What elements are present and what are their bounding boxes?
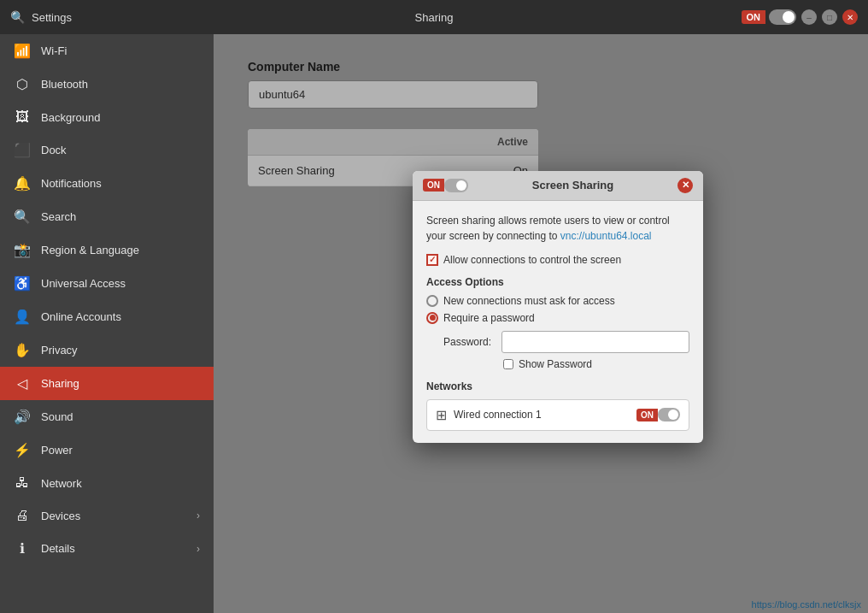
password-input[interactable] xyxy=(501,331,689,353)
sidebar-item-network[interactable]: 🖧 Network xyxy=(0,467,214,499)
access-options-title: Access Options xyxy=(426,276,689,288)
allow-control-label: Allow connections to control the screen xyxy=(443,254,621,266)
radio-password-label: Require a password xyxy=(443,312,535,324)
header-on-label: ON xyxy=(742,10,766,24)
titlebar: 🔍 Settings Sharing ON – □ ✕ xyxy=(0,0,868,34)
wifi-icon: 📶 xyxy=(14,43,31,59)
network-icon: 🖧 xyxy=(14,475,31,491)
sidebar-item-privacy[interactable]: ✋ Privacy xyxy=(0,333,214,367)
sidebar-label-power: Power xyxy=(41,444,73,457)
main-container: 📶 Wi-Fi ⬡ Bluetooth 🖼 Background ⬛ Dock … xyxy=(0,34,868,613)
sidebar-label-dock: Dock xyxy=(41,144,67,156)
screen-sharing-dialog: ON Screen Sharing ✕ Screen sharing allow… xyxy=(413,171,703,443)
sidebar-label-universal-access: Universal Access xyxy=(41,277,126,290)
online-accounts-icon: 👤 xyxy=(14,309,31,325)
sidebar-label-region: Region & Language xyxy=(41,244,139,256)
radio-ask-outer[interactable] xyxy=(426,295,438,307)
sidebar-label-network: Network xyxy=(41,477,82,490)
maximize-button[interactable]: □ xyxy=(822,9,837,25)
radio-ask-label: New connections must ask for access xyxy=(443,295,615,307)
network-toggle[interactable]: ON xyxy=(636,408,680,421)
networks-title: Networks xyxy=(426,380,689,392)
sharing-icon: ◁ xyxy=(14,375,31,392)
dialog-title: Screen Sharing xyxy=(475,179,671,192)
dialog-on-toggle[interactable]: ON xyxy=(423,179,468,192)
allow-control-row: ✓ Allow connections to control the scree… xyxy=(426,254,689,266)
sidebar-item-region[interactable]: 📸 Region & Language xyxy=(0,233,214,267)
show-password-label: Show Password xyxy=(519,358,592,370)
window-controls: ON – □ ✕ xyxy=(742,9,859,25)
sidebar-item-sound[interactable]: 🔊 Sound xyxy=(0,400,214,433)
password-label: Password: xyxy=(443,336,495,348)
minimize-button[interactable]: – xyxy=(801,9,817,25)
sidebar-label-bluetooth: Bluetooth xyxy=(41,78,88,91)
header-on-toggle[interactable]: ON xyxy=(742,9,797,25)
radio-password-outer[interactable] xyxy=(426,312,438,324)
vnc-link[interactable]: vnc://ubuntu64.local xyxy=(560,230,652,242)
sidebar-item-online-accounts[interactable]: 👤 Online Accounts xyxy=(0,300,214,333)
privacy-icon: ✋ xyxy=(14,342,31,358)
universal-access-icon: ♿ xyxy=(14,275,31,292)
sidebar-label-notifications: Notifications xyxy=(41,177,102,190)
sidebar-item-bluetooth[interactable]: ⬡ Bluetooth xyxy=(0,68,214,101)
dialog-on-label: ON xyxy=(423,179,444,192)
network-name: Wired connection 1 xyxy=(454,409,630,421)
sidebar-item-details[interactable]: ℹ Details › xyxy=(0,532,214,565)
sidebar-item-devices[interactable]: 🖨 Devices › xyxy=(0,499,214,532)
network-toggle-knob xyxy=(668,410,678,420)
devices-arrow-icon: › xyxy=(196,510,200,522)
sidebar-item-universal-access[interactable]: ♿ Universal Access xyxy=(0,267,214,300)
sidebar-label-sharing: Sharing xyxy=(41,377,79,390)
radio-password-inner xyxy=(430,315,436,321)
network-on-label: ON xyxy=(636,409,658,421)
sidebar-item-sharing[interactable]: ◁ Sharing xyxy=(0,367,214,400)
wired-network-icon: ⊞ xyxy=(436,407,447,423)
sound-icon: 🔊 xyxy=(14,409,31,425)
dialog-toggle-track[interactable] xyxy=(444,179,468,192)
close-button[interactable]: ✕ xyxy=(842,9,858,25)
show-password-checkbox[interactable] xyxy=(503,359,513,369)
dialog-toggle-knob xyxy=(456,180,466,191)
sidebar-item-notifications[interactable]: 🔔 Notifications xyxy=(0,167,214,200)
header-toggle-track[interactable] xyxy=(769,9,796,25)
sidebar-label-sound: Sound xyxy=(41,410,73,423)
sidebar-item-wifi[interactable]: 📶 Wi-Fi xyxy=(0,34,214,68)
sidebar-label-online-accounts: Online Accounts xyxy=(41,310,121,323)
sidebar-item-search[interactable]: 🔍 Search xyxy=(0,200,214,233)
radio-ask-option[interactable]: New connections must ask for access xyxy=(426,295,689,307)
password-row: Password: xyxy=(443,331,689,353)
sidebar-item-power[interactable]: ⚡ Power xyxy=(0,433,214,467)
allow-control-checkbox[interactable]: ✓ xyxy=(426,254,438,266)
checkbox-check-icon: ✓ xyxy=(429,255,436,264)
sidebar-label-wifi: Wi-Fi xyxy=(41,44,67,57)
show-password-row: Show Password xyxy=(503,358,689,370)
details-icon: ℹ xyxy=(14,540,31,557)
sidebar-item-background[interactable]: 🖼 Background xyxy=(0,101,214,133)
content-area: Computer Name Active Screen Sharing On O… xyxy=(214,34,868,613)
radio-password-option[interactable]: Require a password xyxy=(426,312,689,324)
app-name: Settings xyxy=(32,11,72,24)
network-row: ⊞ Wired connection 1 ON xyxy=(426,399,689,431)
dialog-close-button[interactable]: ✕ xyxy=(677,178,693,193)
details-arrow-icon: › xyxy=(196,543,200,555)
network-toggle-track[interactable] xyxy=(658,408,680,421)
dialog-overlay[interactable]: ON Screen Sharing ✕ Screen sharing allow… xyxy=(214,34,868,613)
page-title: Sharing xyxy=(415,11,454,24)
sidebar-label-search: Search xyxy=(41,210,76,223)
dialog-description: Screen sharing allows remote users to vi… xyxy=(426,213,689,244)
dock-icon: ⬛ xyxy=(14,142,31,158)
notifications-icon: 🔔 xyxy=(14,175,31,192)
search-nav-icon: 🔍 xyxy=(14,209,31,225)
sidebar-label-details: Details xyxy=(41,542,75,555)
bluetooth-icon: ⬡ xyxy=(14,76,31,92)
sidebar: 📶 Wi-Fi ⬡ Bluetooth 🖼 Background ⬛ Dock … xyxy=(0,34,214,613)
background-icon: 🖼 xyxy=(14,109,31,125)
sidebar-label-devices: Devices xyxy=(41,510,80,522)
header-toggle-knob xyxy=(783,11,795,23)
sidebar-label-background: Background xyxy=(41,111,100,124)
dialog-titlebar: ON Screen Sharing ✕ xyxy=(413,171,703,201)
devices-icon: 🖨 xyxy=(14,508,31,523)
power-icon: ⚡ xyxy=(14,442,31,458)
sidebar-item-dock[interactable]: ⬛ Dock xyxy=(0,133,214,167)
search-icon[interactable]: 🔍 xyxy=(10,10,25,24)
